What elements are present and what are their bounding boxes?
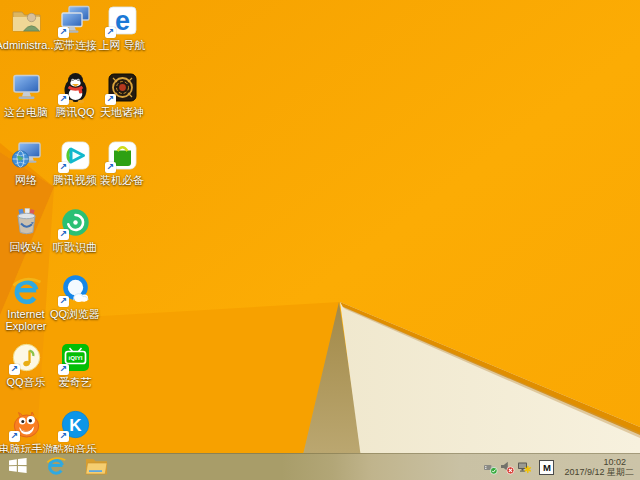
icon-label: 爱奇艺 xyxy=(43,376,107,388)
blue-e-tile-icon: e ↗ xyxy=(106,4,139,37)
desktop[interactable]: { "desktop": { "icons": [ {"name": "admi… xyxy=(0,0,640,480)
internet-explorer-icon xyxy=(10,273,43,306)
shortcut-arrow-icon: ↗ xyxy=(58,431,69,442)
desktop-icon-tencent-video[interactable]: ↗ 腾讯视频 xyxy=(51,139,99,203)
desktop-icon-qq-browser[interactable]: ↗ QQ浏览器 xyxy=(51,273,99,337)
shortcut-arrow-icon: ↗ xyxy=(105,162,116,173)
windows-logo-icon xyxy=(9,458,27,477)
shortcut-arrow-icon: ↗ xyxy=(58,162,69,173)
desktop-icon-iqiyi[interactable]: iQIYI ↗ 爱奇艺 xyxy=(51,341,99,405)
blue-ring-cloud-icon: ↗ xyxy=(59,273,92,306)
globe-monitor-icon xyxy=(10,139,43,172)
shortcut-arrow-icon: ↗ xyxy=(58,94,69,105)
desktop-icon-administrator[interactable]: Administra... xyxy=(2,4,50,68)
play-button-icon: ↗ xyxy=(59,139,92,172)
icon-label: 上网 导航 xyxy=(90,39,154,51)
desktop-icon-internet-explorer[interactable]: Internet Explorer xyxy=(2,273,50,337)
shortcut-arrow-icon: ↗ xyxy=(9,364,20,375)
file-explorer-icon xyxy=(85,456,108,479)
recycle-bin-icon xyxy=(10,206,43,239)
desktop-icon-this-pc[interactable]: 这台电脑 xyxy=(2,71,50,135)
desktop-icon-broadband[interactable]: ↗ 宽带连接 xyxy=(51,4,99,68)
start-button[interactable] xyxy=(0,454,36,480)
kugou-k-icon: K ↗ xyxy=(59,408,92,441)
input-method-indicator[interactable]: M xyxy=(539,460,554,475)
shortcut-arrow-icon: ↗ xyxy=(105,94,116,105)
desktop-icon-network[interactable]: 网络 xyxy=(2,139,50,203)
usb-safely-remove-icon[interactable] xyxy=(483,460,498,475)
desktop-icon-qq-music[interactable]: ↗ QQ音乐 xyxy=(2,341,50,405)
dual-monitor-icon: ↗ xyxy=(59,4,92,37)
folder-user-icon xyxy=(10,4,43,37)
desktop-icon-qq[interactable]: ↗ 腾讯QQ xyxy=(51,71,99,135)
svg-text:iQIYI: iQIYI xyxy=(68,354,82,361)
desktop-icon-song-recognition[interactable]: ↗ 听歌识曲 xyxy=(51,206,99,270)
internet-explorer-icon xyxy=(45,454,67,480)
volume-muted-icon[interactable] xyxy=(500,460,515,475)
desktop-icon-internet-navigation[interactable]: e ↗ 上网 导航 xyxy=(98,4,146,68)
shopping-bag-icon: ↗ xyxy=(106,139,139,172)
system-tray: M 10:02 2017/9/12 星期二 xyxy=(483,454,640,480)
icon-label: QQ浏览器 xyxy=(43,308,107,320)
taskbar: M 10:02 2017/9/12 星期二 xyxy=(0,453,640,480)
music-swirl-icon: ↗ xyxy=(59,206,92,239)
icon-label: 听歌识曲 xyxy=(43,241,107,253)
shortcut-arrow-icon: ↗ xyxy=(58,296,69,307)
clock-time: 10:02 xyxy=(564,457,634,468)
taskbar-ie-button[interactable] xyxy=(36,454,76,480)
monitor-icon xyxy=(10,71,43,104)
orange-monster-icon: ↗ xyxy=(10,408,43,441)
clock-date: 2017/9/12 星期二 xyxy=(564,467,634,478)
qq-penguin-icon: ↗ xyxy=(59,71,92,104)
shortcut-arrow-icon: ↗ xyxy=(58,27,69,38)
iqiyi-tv-icon: iQIYI ↗ xyxy=(59,341,92,374)
network-warning-icon[interactable] xyxy=(517,460,532,475)
desktop-icon-recycle-bin[interactable]: 回收站 xyxy=(2,206,50,270)
desktop-icon-game-tiandizhushen[interactable]: ↗ 天地诸神 xyxy=(98,71,146,135)
desktop-icon-software-essentials[interactable]: ↗ 装机必备 xyxy=(98,139,146,203)
game-emblem-icon: ↗ xyxy=(106,71,139,104)
taskbar-clock[interactable]: 10:02 2017/9/12 星期二 xyxy=(564,457,634,478)
svg-text:e: e xyxy=(114,6,129,36)
icon-label: 天地诸神 xyxy=(90,106,154,118)
shortcut-arrow-icon: ↗ xyxy=(58,229,69,240)
icon-label: 装机必备 xyxy=(90,174,154,186)
shortcut-arrow-icon: ↗ xyxy=(105,27,116,38)
shortcut-arrow-icon: ↗ xyxy=(58,364,69,375)
svg-text:K: K xyxy=(69,416,82,435)
shortcut-arrow-icon: ↗ xyxy=(9,431,20,442)
taskbar-file-explorer-button[interactable] xyxy=(76,454,116,480)
music-note-icon: ↗ xyxy=(10,341,43,374)
